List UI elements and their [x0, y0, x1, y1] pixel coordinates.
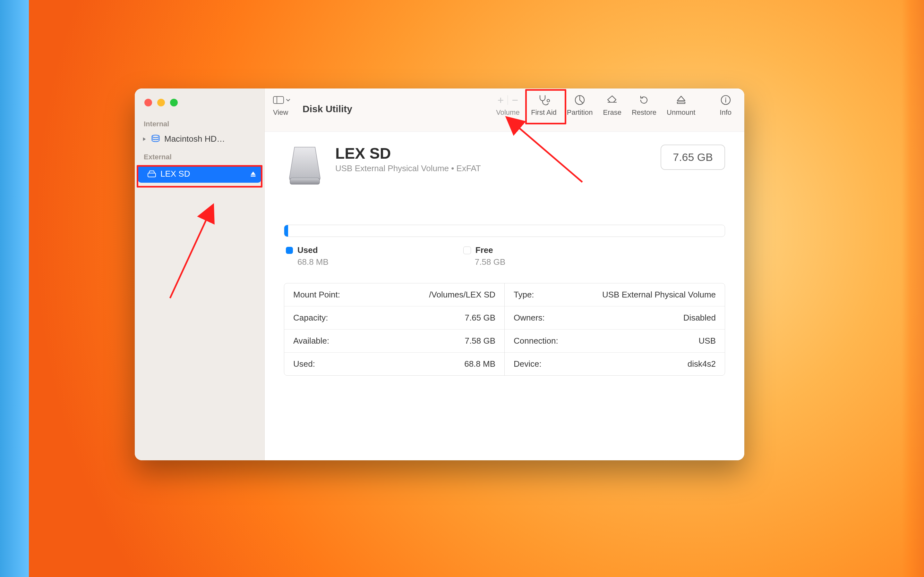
toolbar-erase-label: Erase: [603, 108, 621, 117]
disclosure-chevron-icon[interactable]: [142, 137, 147, 142]
info-col-left: Mount Point:/Volumes/LEX SD Capacity:7.6…: [284, 284, 505, 376]
close-window-button[interactable]: [144, 99, 152, 106]
internal-disk-icon: [151, 134, 160, 144]
sidebar-item-label: Macintosh HD…: [164, 134, 225, 144]
legend-used: Used 68.8 MB: [286, 245, 328, 267]
info-row: Mount Point:/Volumes/LEX SD: [284, 284, 504, 306]
svg-rect-10: [290, 178, 320, 184]
volume-name: LEX SD: [335, 145, 481, 162]
info-row: Capacity:7.65 GB: [284, 306, 504, 330]
zoom-window-button[interactable]: [170, 99, 178, 106]
restore-icon: [638, 93, 650, 106]
toolbar-first-aid[interactable]: First Aid: [527, 93, 561, 117]
eject-icon[interactable]: [250, 171, 257, 177]
sidebar: Internal Macintosh HD… External: [135, 89, 265, 460]
stethoscope-icon: [537, 93, 550, 106]
app-title: Disk Utility: [302, 103, 352, 114]
remove-volume-button: −: [509, 94, 521, 106]
toolbar-info[interactable]: Info: [715, 93, 736, 117]
info-icon: [720, 93, 731, 106]
sidebar-item-lex-sd[interactable]: LEX SD: [138, 165, 261, 183]
svg-point-9: [725, 97, 726, 98]
add-volume-button: +: [495, 94, 507, 106]
free-swatch: [463, 247, 471, 254]
toolbar-volume-label: Volume: [496, 108, 519, 117]
window-controls: [135, 94, 264, 114]
eject-icon: [676, 93, 686, 106]
legend-used-label: Used: [297, 245, 318, 255]
pie-icon: [574, 93, 586, 106]
disk-utility-window: Internal Macintosh HD… External: [135, 89, 744, 460]
sidebar-toggle-icon: [273, 95, 284, 105]
toolbar-partition-label: Partition: [567, 108, 593, 117]
toolbar-partition[interactable]: Partition: [562, 93, 598, 117]
usage-bar: [284, 225, 725, 237]
info-row: Used:68.8 MB: [284, 353, 504, 376]
legend-used-value: 68.8 MB: [286, 257, 328, 267]
toolbar-divider: [507, 95, 508, 105]
toolbar-unmount[interactable]: Unmount: [662, 93, 700, 117]
external-disk-icon: [147, 170, 157, 178]
main-panel: View Disk Utility + − Volume: [265, 89, 744, 460]
legend-free-value: 7.58 GB: [463, 257, 505, 267]
sidebar-section-internal: Internal: [135, 114, 264, 131]
sidebar-item-macintosh-hd[interactable]: Macintosh HD…: [135, 131, 264, 147]
sidebar-section-external: External: [135, 147, 264, 164]
erase-icon: [606, 93, 619, 106]
info-row: Connection:USB: [505, 330, 725, 353]
svg-rect-7: [677, 102, 685, 103]
info-row: Available:7.58 GB: [284, 330, 504, 353]
toolbar-view-label: View: [273, 108, 288, 117]
toolbar-restore-label: Restore: [632, 108, 656, 117]
usage-bar-used-segment: [284, 225, 288, 237]
info-table: Mount Point:/Volumes/LEX SD Capacity:7.6…: [284, 283, 725, 376]
volume-subtitle: USB External Physical Volume • ExFAT: [335, 163, 481, 173]
sidebar-item-label: LEX SD: [160, 169, 190, 179]
toolbar-restore[interactable]: Restore: [627, 93, 661, 117]
legend-free: Free 7.58 GB: [463, 245, 505, 267]
svg-rect-3: [273, 97, 284, 103]
toolbar-volume: + − Volume: [491, 93, 525, 117]
info-row: Device:disk4s2: [505, 353, 725, 376]
toolbar-first-aid-label: First Aid: [531, 108, 556, 117]
info-col-right: Type:USB External Physical Volume Owners…: [505, 284, 725, 376]
volume-details: LEX SD USB External Physical Volume • Ex…: [265, 132, 744, 460]
svg-rect-2: [250, 175, 255, 176]
minimize-window-button[interactable]: [157, 99, 165, 106]
info-row: Type:USB External Physical Volume: [505, 284, 725, 306]
used-swatch: [286, 247, 293, 254]
toolbar: View Disk Utility + − Volume: [265, 89, 744, 132]
capacity-badge: 7.65 GB: [661, 145, 725, 170]
toolbar-info-label: Info: [720, 108, 732, 117]
chevron-down-icon: [286, 98, 290, 102]
svg-point-5: [547, 99, 549, 102]
toolbar-unmount-label: Unmount: [667, 108, 695, 117]
svg-rect-1: [148, 173, 156, 177]
toolbar-erase[interactable]: Erase: [598, 93, 626, 117]
toolbar-view[interactable]: View: [273, 93, 295, 117]
external-drive-art-icon: [284, 145, 326, 186]
info-row: Owners:Disabled: [505, 306, 725, 330]
desktop-wallpaper: Internal Macintosh HD… External: [0, 0, 924, 577]
svg-point-0: [152, 135, 160, 137]
legend-free-label: Free: [475, 245, 493, 255]
